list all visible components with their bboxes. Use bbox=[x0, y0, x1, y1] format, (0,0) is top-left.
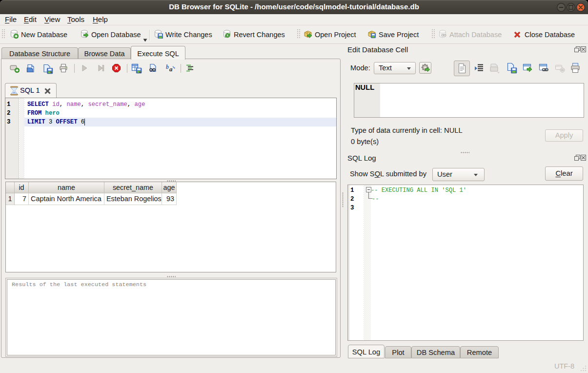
svg-text:b: b bbox=[166, 63, 169, 70]
svg-text:a: a bbox=[169, 65, 173, 73]
